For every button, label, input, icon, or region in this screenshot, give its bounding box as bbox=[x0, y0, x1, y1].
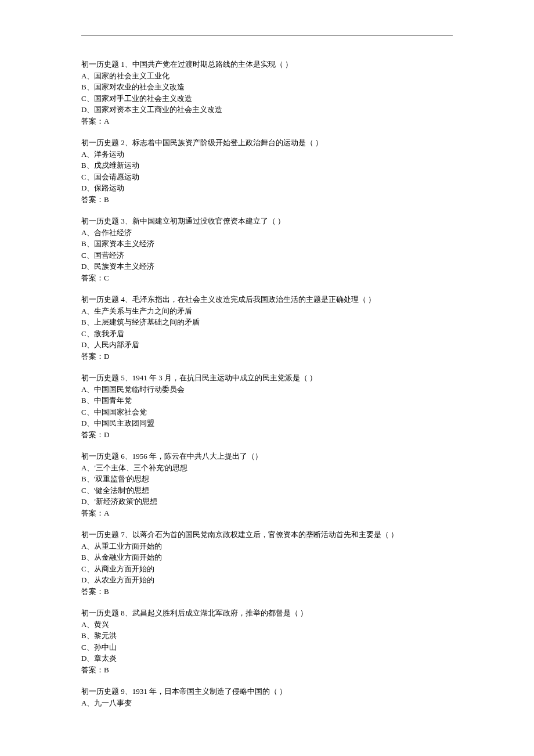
question-option: A、洋务运动 bbox=[81, 149, 453, 160]
question-stem: 初一历史题 3、新中国建立初期通过没收官僚资本建立了（ ） bbox=[81, 215, 453, 227]
question-stem: 初一历史题 6、1956 年，陈云在中共八大上提出了（） bbox=[81, 451, 453, 462]
question-block: 初一历史题 4、毛泽东指出，在社会主义改造完成后我国政治生活的主题是正确处理（ … bbox=[81, 294, 453, 362]
answer-label: 答案： bbox=[81, 509, 104, 517]
question-stem: 初一历史题 4、毛泽东指出，在社会主义改造完成后我国政治生活的主题是正确处理（ … bbox=[81, 294, 453, 305]
question-block: 初一历史题 3、新中国建立初期通过没收官僚资本建立了（ ）A、合作社经济B、国家… bbox=[81, 215, 453, 283]
question-option: A、国家的社会主义工业化 bbox=[81, 70, 453, 82]
question-block: 初一历史题 2、标志着中国民族资产阶级开始登上政治舞台的运动是（ ）A、洋务运动… bbox=[81, 137, 453, 205]
question-stem: 初一历史题 7、以蒋介石为首的国民党南京政权建立后，官僚资本的垄断活动首先和主要… bbox=[81, 529, 453, 541]
question-stem: 初一历史题 9、1931 年，日本帝国主义制造了侵略中国的（ ） bbox=[81, 686, 453, 697]
question-block: 初一历史题 5、1941 年 3 月，在抗日民主运动中成立的民主党派是（ ）A、… bbox=[81, 372, 453, 440]
answer-label: 答案： bbox=[81, 587, 104, 596]
question-stem: 初一历史题 1、中国共产党在过渡时期总路线的主体是实现（ ） bbox=[81, 59, 453, 70]
answer-value: B bbox=[104, 195, 109, 204]
question-option: A、中国国民党临时行动委员会 bbox=[81, 384, 453, 395]
answer-label: 答案： bbox=[81, 195, 104, 204]
answer-label: 答案： bbox=[81, 665, 104, 674]
question-option: A、合作社经济 bbox=[81, 227, 453, 239]
question-option: A、九一八事变 bbox=[81, 697, 453, 709]
question-stem: 初一历史题 8、武昌起义胜利后成立湖北军政府，推举的都督是（ ） bbox=[81, 607, 453, 619]
question-option: B、戊戌维新运动 bbox=[81, 160, 453, 171]
answer-value: D bbox=[104, 352, 109, 361]
question-option: C、中国国家社会党 bbox=[81, 406, 453, 418]
question-option: C、国营经济 bbox=[81, 250, 453, 261]
question-option: B、黎元洪 bbox=[81, 630, 453, 642]
question-stem: 初一历史题 2、标志着中国民族资产阶级开始登上政治舞台的运动是（ ） bbox=[81, 137, 453, 149]
question-option: D、中国民主政团同盟 bbox=[81, 417, 453, 429]
question-option: C、孙中山 bbox=[81, 642, 453, 653]
question-option: D、人民内部矛盾 bbox=[81, 339, 453, 351]
question-option: C、'健全法制'的思想 bbox=[81, 485, 453, 496]
answer-value: B bbox=[104, 665, 109, 674]
question-option: D、保路运动 bbox=[81, 182, 453, 194]
question-block: 初一历史题 6、1956 年，陈云在中共八大上提出了（）A、'三个主体、三个补充… bbox=[81, 451, 453, 519]
question-answer: 答案：C bbox=[81, 272, 453, 284]
question-block: 初一历史题 8、武昌起义胜利后成立湖北军政府，推举的都督是（ ）A、黄兴B、黎元… bbox=[81, 607, 453, 675]
question-option: D、国家对资本主义工商业的社会主义改造 bbox=[81, 104, 453, 116]
question-option: D、从农业方面开始的 bbox=[81, 574, 453, 586]
question-option: A、生产关系与生产力之间的矛盾 bbox=[81, 305, 453, 317]
question-option: B、国家对农业的社会主义改造 bbox=[81, 81, 453, 93]
answer-label: 答案： bbox=[81, 430, 104, 439]
answer-value: A bbox=[104, 509, 109, 517]
question-answer: 答案：A bbox=[81, 507, 453, 519]
answer-value: B bbox=[104, 587, 109, 596]
question-answer: 答案：B bbox=[81, 664, 453, 676]
question-stem: 初一历史题 5、1941 年 3 月，在抗日民主运动中成立的民主党派是（ ） bbox=[81, 372, 453, 384]
question-answer: 答案：B bbox=[81, 194, 453, 206]
question-option: A、'三个主体、三个补充'的思想 bbox=[81, 462, 453, 474]
answer-label: 答案： bbox=[81, 273, 104, 282]
question-answer: 答案：B bbox=[81, 586, 453, 597]
question-option: C、国家对手工业的社会主义改造 bbox=[81, 93, 453, 105]
answer-label: 答案： bbox=[81, 352, 104, 361]
document-page: 初一历史题 1、中国共产党在过渡时期总路线的主体是实现（ ）A、国家的社会主义工… bbox=[0, 0, 534, 756]
question-option: C、从商业方面开始的 bbox=[81, 563, 453, 575]
question-option: A、从重工业方面开始的 bbox=[81, 541, 453, 552]
question-block: 初一历史题 9、1931 年，日本帝国主义制造了侵略中国的（ ）A、九一八事变 bbox=[81, 686, 453, 708]
question-option: B、上层建筑与经济基础之间的矛盾 bbox=[81, 316, 453, 328]
answer-label: 答案： bbox=[81, 117, 104, 125]
question-option: D、'新经济政策'的思想 bbox=[81, 496, 453, 507]
question-list: 初一历史题 1、中国共产党在过渡时期总路线的主体是实现（ ）A、国家的社会主义工… bbox=[81, 59, 453, 708]
header-rule bbox=[81, 35, 453, 35]
question-answer: 答案：D bbox=[81, 429, 453, 441]
question-option: D、章太炎 bbox=[81, 653, 453, 664]
answer-value: C bbox=[104, 273, 109, 282]
question-answer: 答案：A bbox=[81, 116, 453, 127]
question-option: B、国家资本主义经济 bbox=[81, 238, 453, 250]
question-option: C、国会请愿运动 bbox=[81, 171, 453, 183]
question-option: B、'双重监督'的思想 bbox=[81, 473, 453, 485]
question-answer: 答案：D bbox=[81, 351, 453, 362]
question-block: 初一历史题 1、中国共产党在过渡时期总路线的主体是实现（ ）A、国家的社会主义工… bbox=[81, 59, 453, 127]
answer-value: D bbox=[104, 430, 109, 439]
question-option: A、黄兴 bbox=[81, 619, 453, 631]
question-block: 初一历史题 7、以蒋介石为首的国民党南京政权建立后，官僚资本的垄断活动首先和主要… bbox=[81, 529, 453, 597]
question-option: D、民族资本主义经济 bbox=[81, 261, 453, 272]
question-option: B、从金融业方面开始的 bbox=[81, 552, 453, 563]
answer-value: A bbox=[104, 117, 109, 125]
question-option: C、敌我矛盾 bbox=[81, 328, 453, 340]
question-option: B、中国青年党 bbox=[81, 395, 453, 406]
